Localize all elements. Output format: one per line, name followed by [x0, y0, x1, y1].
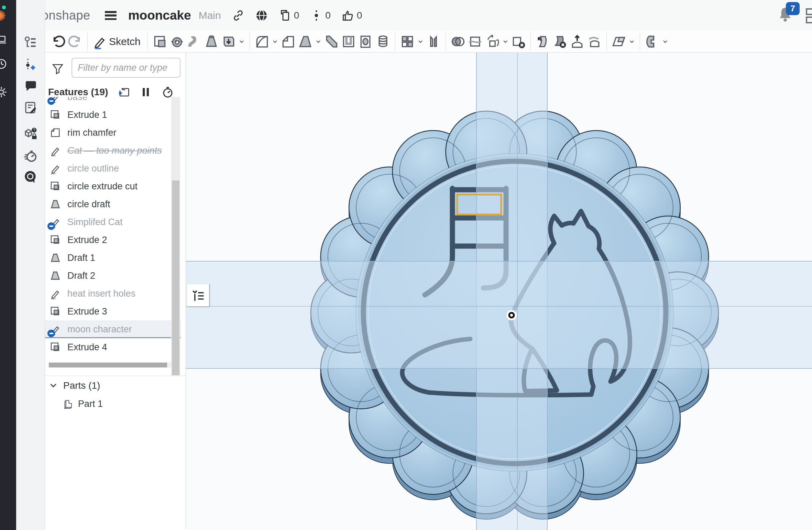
sketch-button[interactable]	[91, 33, 108, 51]
feature-row[interactable]: rim chamfer	[45, 124, 181, 142]
divider	[45, 376, 186, 376]
feature-row[interactable]: heat insert holes	[45, 285, 181, 302]
undo-button[interactable]	[50, 33, 67, 51]
revolve-button[interactable]	[168, 33, 186, 51]
vertical-scrollbar[interactable]	[171, 97, 180, 375]
split-button[interactable]	[467, 33, 484, 51]
transform-button[interactable]	[484, 33, 501, 51]
share-link-icon[interactable]	[232, 9, 244, 22]
draft-button[interactable]	[297, 33, 314, 51]
linear-pattern-button[interactable]	[399, 33, 416, 51]
rail-comment-button[interactable]	[22, 78, 38, 93]
feature-row[interactable]: Extrude 4	[45, 338, 181, 356]
sweep-icon	[187, 34, 202, 49]
feature-row[interactable]: Draft 1	[45, 249, 181, 267]
rail-insert-feature-button[interactable]	[22, 56, 38, 72]
chevron-down-icon[interactable]	[271, 34, 279, 49]
public-globe-icon[interactable]	[255, 9, 268, 22]
feature-row[interactable]: Extrude 2	[45, 231, 181, 249]
extrude-button[interactable]	[151, 33, 168, 51]
toolbar-separator	[87, 33, 88, 51]
rib-button[interactable]	[323, 33, 340, 51]
hole-button[interactable]	[357, 33, 374, 51]
delete-face-icon	[552, 34, 568, 49]
rail-model-tree-button[interactable]	[22, 34, 38, 50]
feature-row[interactable]: circle draft	[45, 195, 181, 213]
offset-surface-button[interactable]	[586, 33, 603, 51]
laptop-icon[interactable]	[0, 34, 8, 46]
toolbar-separator	[530, 33, 531, 51]
suppressed-badge	[47, 330, 55, 337]
document-menu-icon[interactable]	[105, 11, 117, 20]
chevron-down-icon[interactable]	[627, 34, 636, 49]
thread-button[interactable]	[374, 33, 392, 51]
sketch-button-label[interactable]: Sketch	[109, 36, 141, 47]
model-tree-icon	[23, 35, 37, 49]
redo-button[interactable]	[67, 33, 84, 51]
sweep-button[interactable]	[186, 33, 203, 51]
surface-tool-button[interactable]	[644, 33, 661, 51]
horizontal-scrollbar[interactable]	[49, 362, 171, 368]
likes-thumb-icon[interactable]	[342, 9, 354, 22]
mirror-button[interactable]	[425, 33, 442, 51]
filter-icon[interactable]	[52, 63, 64, 75]
plane-button[interactable]	[610, 33, 627, 51]
move-face-button[interactable]	[534, 33, 551, 51]
notes-icon	[23, 100, 37, 115]
loft-icon	[204, 34, 219, 49]
shell-icon	[341, 34, 356, 49]
sketch-feature-icon	[50, 163, 61, 174]
feature-row[interactable]: circle outline	[45, 159, 181, 177]
replace-face-button[interactable]	[569, 33, 586, 51]
chamfer-icon	[281, 34, 296, 49]
suppress-pause-icon[interactable]	[140, 86, 152, 98]
undo-icon	[51, 34, 66, 49]
feature-row[interactable]: Cat — too many points	[45, 142, 181, 159]
feature-row[interactable]: Draft 2	[45, 267, 181, 285]
rebuild-stopwatch-icon[interactable]	[162, 86, 174, 98]
feature-list-collapse-button[interactable]	[187, 284, 210, 307]
gear-icon[interactable]	[0, 86, 8, 98]
parts-section-header[interactable]: Parts (1)	[49, 378, 100, 393]
chamfer-feature-icon	[50, 127, 61, 139]
rail-cube-help-lock-button[interactable]: ?	[22, 126, 38, 142]
rail-notes-button[interactable]	[22, 100, 38, 115]
apps-grid-partial-icon[interactable]	[806, 8, 812, 24]
copies-icon[interactable]	[279, 9, 291, 22]
delete-part-button[interactable]	[510, 33, 527, 51]
3d-viewport[interactable]	[186, 52, 812, 530]
chamfer-button[interactable]	[279, 33, 297, 51]
sketch-icon	[92, 34, 107, 49]
delete-face-button[interactable]	[551, 33, 569, 51]
rail-onshape-feedback-button[interactable]	[22, 169, 38, 185]
feature-row[interactable]: circle extrude cut	[45, 177, 181, 195]
chevron-down-icon[interactable]	[314, 34, 323, 49]
fillet-button[interactable]	[253, 33, 271, 51]
feature-filter-input[interactable]	[72, 58, 180, 78]
boolean-button[interactable]	[449, 33, 467, 51]
feature-row[interactable]: moon character	[45, 320, 181, 338]
branches-count: 0	[325, 10, 331, 21]
rail-stopwatch-button[interactable]	[22, 148, 38, 164]
document-title[interactable]: mooncake	[128, 8, 191, 23]
chevron-down-icon[interactable]	[501, 34, 510, 49]
loft-button[interactable]	[203, 33, 220, 51]
feature-row[interactable]: Simplifed Cat	[45, 213, 181, 231]
shell-button[interactable]	[340, 33, 357, 51]
feature-row[interactable]: Extrude 3	[45, 302, 181, 320]
workspace-label[interactable]: Main	[199, 10, 221, 21]
thicken-button[interactable]	[220, 33, 237, 51]
feature-row[interactable]: base	[45, 97, 181, 106]
branches-icon[interactable]	[310, 9, 322, 22]
chevron-down-icon[interactable]	[416, 34, 425, 49]
clock-icon[interactable]	[0, 58, 8, 70]
brand-name: onshape	[42, 8, 90, 23]
copies-count: 0	[294, 10, 299, 21]
feature-row[interactable]: Extrude 1	[45, 106, 181, 124]
part-list-item[interactable]: Part 1	[63, 396, 103, 412]
chevron-down-icon[interactable]	[237, 34, 246, 49]
chevron-down-icon[interactable]	[661, 34, 670, 49]
fillet-icon	[254, 34, 270, 49]
notifications-button[interactable]: 7	[776, 5, 795, 25]
add-folder-icon[interactable]	[118, 86, 130, 98]
